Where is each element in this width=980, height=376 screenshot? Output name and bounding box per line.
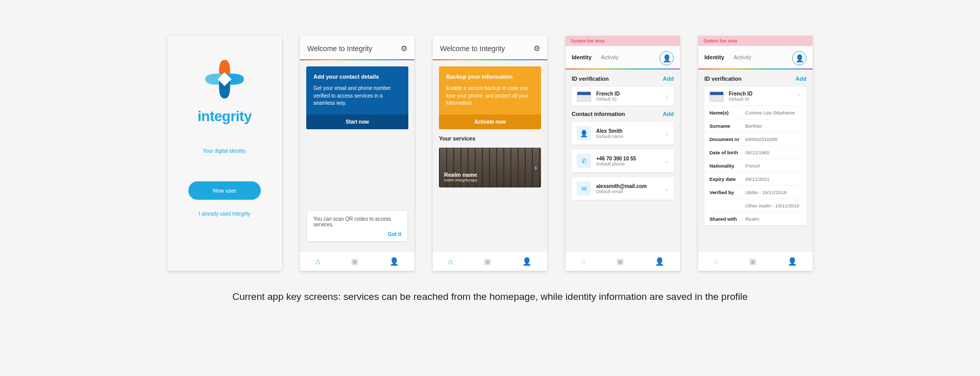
realm-subtitle: realm.integrity.app	[444, 178, 536, 182]
id-detail-row: Name(s)Corinne Léa Stéphanie	[704, 106, 806, 120]
integrity-logo-icon	[202, 56, 248, 102]
bottom-nav: ⌂ ▣ 👤	[300, 251, 414, 271]
tab-activity[interactable]: Activity	[733, 54, 751, 65]
realm-title: Realm name	[444, 172, 536, 178]
tab-activity[interactable]: Activity	[601, 54, 619, 65]
detail-value: 09/11/2021	[745, 176, 801, 182]
home-icon[interactable]: ⌂	[315, 257, 320, 266]
realm-service-card[interactable]: Realm name realm.integrity.app ›	[439, 148, 541, 187]
id-detail-row: NationalityFrench	[704, 159, 806, 173]
profile-icon[interactable]: 👤	[389, 257, 399, 266]
screens-row: integrity Your digital identity. New use…	[0, 0, 980, 271]
id-card-title: French ID	[729, 91, 752, 97]
already-used-link[interactable]: I already used Integrity	[199, 211, 250, 217]
detail-value: Corinne Léa Stéphanie	[745, 110, 801, 115]
detail-key: Date of birth	[709, 150, 741, 155]
gear-icon[interactable]: ⚙	[533, 44, 540, 53]
id-card-row-expanded[interactable]: French ID Default ID ⌃	[704, 87, 806, 106]
tooltip-text: You can scan QR codes to access services…	[313, 216, 401, 227]
detail-value: 940992310285	[745, 136, 801, 142]
detail-key: Name(s)	[709, 110, 741, 115]
avatar-icon[interactable]: 👤	[659, 51, 674, 65]
home-icon[interactable]: ⌂	[714, 257, 718, 266]
contact-title: alexsmith@mail.com	[596, 183, 647, 189]
camera-icon[interactable]: ▣	[617, 257, 624, 266]
header-title: Welcome to Integrity	[440, 44, 505, 53]
profile-icon[interactable]: 👤	[522, 257, 532, 266]
id-detail-row: Date of birth06/12/1965	[704, 146, 806, 159]
chevron-down-icon: ⌄	[665, 131, 669, 136]
id-card-thumbnail-icon	[577, 91, 591, 102]
id-card-sub: Default ID	[596, 97, 620, 102]
home-icon[interactable]: ⌂	[581, 257, 585, 266]
new-user-button[interactable]: New user	[188, 181, 261, 200]
screen4-body: ID verification Add French ID Default ID…	[566, 69, 680, 251]
add-id-link[interactable]: Add	[663, 76, 674, 82]
id-detail-row: Expiry date09/11/2021	[704, 173, 806, 186]
tab-identity[interactable]: Identity	[704, 54, 724, 65]
tooltip-dismiss[interactable]: Got it	[313, 231, 401, 237]
tab-identity[interactable]: Identity	[572, 54, 592, 65]
backup-promo-card: Backup your information Enable a secure …	[439, 66, 541, 129]
camera-icon[interactable]: ▣	[749, 257, 756, 266]
screen-welcome-contact: Welcome to Integrity ⚙ Add your contact …	[300, 36, 414, 271]
id-detail-row: Document nr940992310285	[704, 133, 806, 146]
id-details-card: French ID Default ID ⌃ Name(s)Corinne Lé…	[704, 87, 806, 225]
detail-key: Surname	[709, 123, 741, 129]
user-icon: 👤	[577, 126, 591, 140]
figure-caption: Current app key screens: services can be…	[0, 291, 980, 302]
screen2-body: Add your contact details Get your email …	[300, 60, 414, 251]
detail-key: Shared with	[709, 216, 741, 222]
profile-icon[interactable]: 👤	[788, 257, 797, 266]
contact-name-row[interactable]: 👤 Alex Smith Default name ⌄	[572, 122, 674, 145]
bottom-nav: ⌂ ▣ 👤	[698, 251, 813, 271]
home-icon[interactable]: ⌂	[448, 257, 453, 266]
detail-value: Other realm - 19/11/2018	[745, 203, 801, 208]
contact-email-row[interactable]: ✉ alexsmith@mail.com Default email ⌄	[572, 177, 674, 200]
id-detail-row: .Other realm - 19/11/2018	[704, 199, 806, 213]
camera-icon[interactable]: ▣	[484, 257, 491, 266]
contact-sub: Default name	[596, 134, 624, 139]
profile-icon[interactable]: 👤	[655, 257, 665, 266]
phone-icon: ✆	[577, 154, 591, 168]
promo-body: Enable a secure backup in case you lose …	[446, 85, 534, 107]
screen-identity-overview: System bar area Identity Activity 👤 ID v…	[566, 36, 680, 271]
identity-tabs-header: Identity Activity 👤	[698, 46, 813, 68]
promo-body: Get your email and phone number verified…	[313, 85, 401, 107]
contact-label: Contact information	[572, 111, 625, 117]
chevron-down-icon: ⌄	[665, 186, 669, 192]
id-card-row[interactable]: French ID Default ID ⌄	[572, 87, 674, 106]
screen3-body: Backup your information Enable a secure …	[433, 60, 547, 251]
id-detail-row: Verified byUbble - 19/11/2018	[704, 186, 806, 199]
activate-now-button[interactable]: Activate now	[439, 114, 541, 129]
identity-tabs-header: Identity Activity 👤	[566, 46, 680, 68]
id-detail-row: SurnameBerthier	[704, 120, 806, 133]
screen5-body: ID verification Add French ID Default ID…	[698, 69, 813, 251]
qr-tooltip: You can scan QR codes to access services…	[307, 211, 407, 241]
id-verification-label: ID verification	[704, 76, 742, 82]
gear-icon[interactable]: ⚙	[401, 44, 407, 53]
id-card-title: French ID	[596, 91, 620, 97]
chevron-down-icon: ⌄	[665, 158, 669, 164]
contact-promo-card: Add your contact details Get your email …	[306, 66, 408, 129]
detail-value: Berthier	[745, 123, 801, 129]
promo-title: Backup your information	[446, 74, 534, 80]
bottom-nav: ⌂ ▣ 👤	[433, 251, 547, 271]
id-card-sub: Default ID	[729, 97, 752, 102]
id-verification-label: ID verification	[572, 76, 609, 82]
brand-wordmark: integrity	[198, 108, 252, 125]
header-title: Welcome to Integrity	[307, 44, 372, 53]
add-id-link[interactable]: Add	[796, 76, 806, 82]
contact-sub: Default email	[596, 189, 647, 194]
tabs-group: Identity Activity	[572, 54, 619, 65]
contact-phone-row[interactable]: ✆ +46 70 390 10 55 Default phone ⌄	[572, 150, 674, 172]
start-now-button[interactable]: Start now	[306, 114, 408, 129]
detail-key: Document nr	[709, 136, 741, 142]
id-verification-section-header: ID verification Add	[572, 76, 674, 82]
camera-icon[interactable]: ▣	[351, 257, 358, 266]
avatar-icon[interactable]: 👤	[792, 51, 806, 65]
screen-identity-details: System bar area Identity Activity 👤 ID v…	[698, 36, 813, 271]
contact-sub: Default phone	[596, 161, 636, 167]
screen-welcome-backup: Welcome to Integrity ⚙ Backup your infor…	[433, 36, 547, 271]
add-contact-link[interactable]: Add	[663, 111, 674, 117]
